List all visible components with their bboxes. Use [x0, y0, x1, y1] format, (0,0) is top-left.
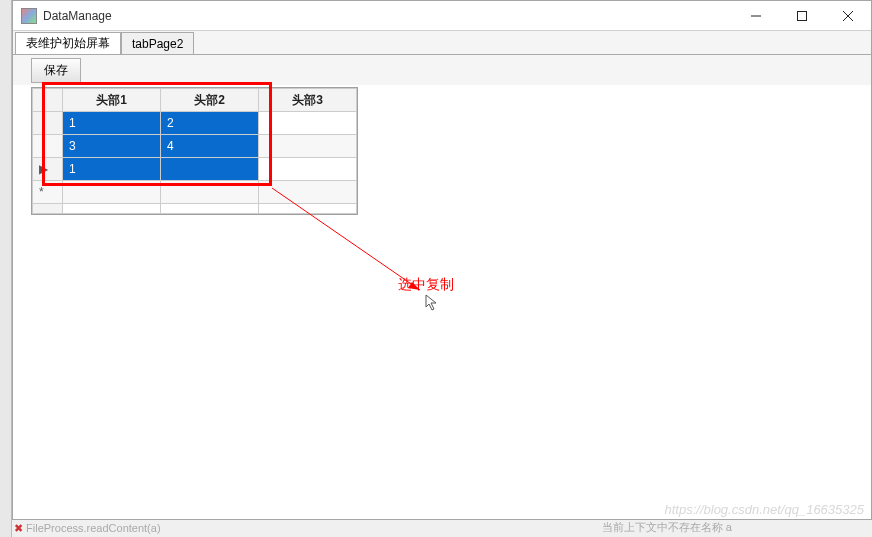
minimize-button[interactable]	[733, 1, 779, 30]
table-row[interactable]: ▶1	[33, 158, 357, 181]
titlebar[interactable]: DataManage	[13, 1, 871, 31]
table-row-partial	[33, 204, 357, 214]
row-header[interactable]: ▶	[33, 158, 63, 181]
app-icon	[21, 8, 37, 24]
grid-cell[interactable]: 2	[161, 112, 259, 135]
window-title: DataManage	[43, 9, 733, 23]
table-row[interactable]: 34	[33, 135, 357, 158]
grid-cell[interactable]: 1	[63, 158, 161, 181]
close-button[interactable]	[825, 1, 871, 30]
save-button[interactable]: 保存	[31, 58, 81, 83]
grid-cell[interactable]: 1	[63, 112, 161, 135]
data-grid[interactable]: 头部1 头部2 头部3 1234▶1*	[31, 87, 358, 215]
svg-rect-1	[798, 11, 807, 20]
column-header-1[interactable]: 头部1	[63, 89, 161, 112]
grid-cell[interactable]	[161, 158, 259, 181]
grid-cell[interactable]	[259, 181, 357, 204]
tab-label: tabPage2	[132, 37, 183, 51]
grid-cell[interactable]: 4	[161, 135, 259, 158]
app-window: DataManage 表维护初始屏幕 tabPage2 保存	[12, 0, 872, 520]
grid-cell[interactable]	[161, 181, 259, 204]
ide-left-strip	[0, 0, 12, 537]
error-icon: ✖	[14, 522, 26, 534]
ide-footer-left: ✖ FileProcess.readContent(a)	[14, 522, 161, 535]
maximize-button[interactable]	[779, 1, 825, 30]
row-header[interactable]: *	[33, 181, 63, 204]
column-header-3[interactable]: 头部3	[259, 89, 357, 112]
column-header-2[interactable]: 头部2	[161, 89, 259, 112]
table-row[interactable]: *	[33, 181, 357, 204]
toolbar: 保存	[13, 55, 871, 85]
tab-strip: 表维护初始屏幕 tabPage2	[13, 31, 871, 55]
table-row[interactable]: 12	[33, 112, 357, 135]
grid-cell[interactable]	[259, 135, 357, 158]
row-header[interactable]	[33, 135, 63, 158]
grid-cell[interactable]: 3	[63, 135, 161, 158]
tab-label: 表维护初始屏幕	[26, 35, 110, 52]
content-area: 头部1 头部2 头部3 1234▶1*	[13, 85, 871, 519]
grid-cell[interactable]	[259, 112, 357, 135]
tab-maintenance[interactable]: 表维护初始屏幕	[15, 32, 121, 54]
ide-footer-right: 当前上下文中不存在名称 a	[602, 520, 732, 535]
tab-page2[interactable]: tabPage2	[121, 32, 194, 54]
grid-cell[interactable]	[63, 181, 161, 204]
window-controls	[733, 1, 871, 30]
grid-corner[interactable]	[33, 89, 63, 112]
grid-cell[interactable]	[259, 158, 357, 181]
row-header[interactable]	[33, 112, 63, 135]
